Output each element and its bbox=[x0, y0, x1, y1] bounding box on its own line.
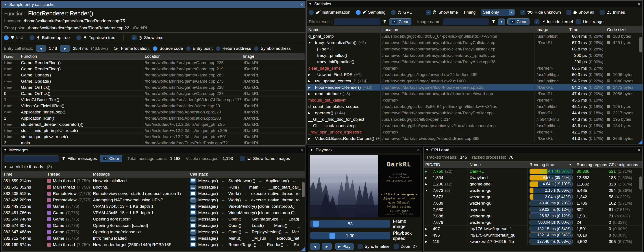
call-stack-row[interactable]: 0Game::OnTick()/home/wolf/darkrl/src/gam… bbox=[2, 90, 304, 97]
stats-row[interactable]: [ - self - ]/home/wolf/darkrl/contrib/tr… bbox=[306, 46, 642, 52]
callstack-icon[interactable] bbox=[190, 223, 196, 228]
close-icon[interactable]: × bbox=[300, 148, 303, 152]
scrollbar-thumb[interactable] bbox=[639, 176, 642, 190]
call-stack-row[interactable]: inlineGame::Update()/home/wolf/darkrl/sr… bbox=[2, 78, 304, 84]
callstack-icon[interactable] bbox=[190, 210, 196, 216]
message-row[interactable]: 382,449,712nsGame(7,776)VRAM 37x45: 13 +… bbox=[2, 203, 305, 210]
call-stack-row[interactable]: inlineGame::Update()/home/wolf/darkrl/sr… bbox=[2, 72, 304, 78]
stats-row[interactable]: d_print_comp/usr/src/debug/gcc-build/x86… bbox=[306, 33, 642, 40]
callstack-icon[interactable] bbox=[190, 184, 196, 190]
cpu-row[interactable]: 7,673wezterm-gui2.04 s (8.41%)1,34258(4.… bbox=[424, 194, 642, 200]
message-row[interactable]: 382,574,807nsGame(7,776)Opening /forest.… bbox=[2, 222, 305, 229]
stats-row[interactable]: _raw_spin_unlock_irqrestore<kernel><kern… bbox=[306, 129, 642, 135]
sync-timeline-checkbox[interactable]: ✓ Sync timeline bbox=[358, 244, 390, 249]
cpu-panel-header[interactable]: ▼ CPU data × bbox=[424, 147, 642, 153]
collapse-icon[interactable]: ▼ bbox=[426, 148, 428, 152]
radio-gpu[interactable] bbox=[391, 10, 396, 15]
prev-frame-button[interactable]: ◀ bbox=[310, 243, 320, 250]
callstack-icon[interactable] bbox=[190, 197, 196, 203]
frame-loc-symbol-address[interactable]: Symbol address bbox=[254, 46, 290, 51]
cpu-row[interactable]: 7,680async-io29.02 ms (0.12%)80261(7.61%… bbox=[424, 206, 642, 213]
next-stack-button[interactable]: ▶ bbox=[60, 45, 70, 52]
hide-unknown-checkbox[interactable]: ✓ Hide unknown bbox=[520, 10, 561, 15]
expand-icon[interactable]: ▶ bbox=[308, 73, 313, 76]
stats-row[interactable]: __GI__dl_find_dso_for_object/usr/src/deb… bbox=[306, 116, 642, 122]
play-button[interactable]: ▶ Play bbox=[335, 243, 354, 250]
call-stack-row[interactable]: 3main/home/wolf/darkrl/src/EntryPointPos… bbox=[2, 140, 304, 146]
stats-row[interactable]: ▶operator()(+44)/home/wolf/darkrl/contri… bbox=[306, 110, 642, 116]
slider-handle[interactable] bbox=[313, 221, 319, 227]
stats-row[interactable]: ▶FloorRenderer::Render()(+13)/home/wolf/… bbox=[306, 84, 642, 90]
mode-sampling[interactable]: Sampling bbox=[356, 10, 386, 15]
collapse-icon[interactable]: ▼ bbox=[425, 189, 431, 192]
close-icon[interactable]: × bbox=[417, 148, 420, 152]
stats-row[interactable]: clear_page_erms<kernel><kernel>66.5 ms(0… bbox=[306, 65, 642, 71]
message-row[interactable]: 389,169,674nsMain thread(7,750)New rende… bbox=[2, 242, 305, 248]
call-stack-row[interactable]: inlineVideo::GetTicksHiRes()/home/wolf/d… bbox=[2, 103, 304, 109]
radio-list[interactable] bbox=[4, 35, 9, 40]
filter-results-input[interactable] bbox=[334, 18, 380, 25]
limit-range-checkbox[interactable]: ✓ Limit range bbox=[576, 19, 604, 24]
stats-row[interactable]: __GI___clock_nanosleep/usr/src/debug/gli… bbox=[306, 122, 642, 129]
frame-loc-return-address[interactable]: Return address bbox=[216, 46, 251, 51]
sample-panel-header[interactable]: ▼ Sample entry call stacks × bbox=[2, 1, 305, 8]
cpu-row[interactable]: 7,689wezterm-gui49.46 ms (0.20%)1,786102… bbox=[424, 200, 642, 206]
stats-row[interactable]: ▶read_attribute(+8)/home/wolf/darkrl/con… bbox=[306, 90, 642, 97]
expand-icon[interactable]: ▶ bbox=[308, 137, 313, 140]
stats-row[interactable]: ▶VideoGLBase::RenderContent()(+14)/home/… bbox=[306, 135, 642, 142]
show-time-checkbox[interactable]: ✓ Show time bbox=[132, 35, 164, 40]
call-stack-row[interactable]: inlinestd::default_delete<>::operator()(… bbox=[2, 121, 304, 128]
cpu-row[interactable]: ▶1,206(12)gnome-shell4.64 s (19.10%)11,6… bbox=[424, 181, 642, 187]
expand-icon[interactable]: ▶ bbox=[308, 112, 313, 114]
view-mode-top-down[interactable]: Top-down tree bbox=[76, 35, 115, 40]
expand-icon[interactable]: ▶ bbox=[308, 92, 313, 96]
zoom-2x-checkbox[interactable]: ✓ Zoom 2× bbox=[394, 244, 418, 249]
scrollbar-thumb[interactable] bbox=[302, 182, 304, 197]
expand-icon[interactable]: ▶ bbox=[425, 176, 431, 179]
message-row[interactable]: 381,559,214nsMain thread(7,750)Network i… bbox=[2, 178, 305, 184]
show-all-checkbox[interactable]: ✓ Show all bbox=[566, 10, 594, 15]
message-row[interactable]: 382,504,746nsGame(7,776)Opening /forest.… bbox=[2, 216, 305, 222]
expand-icon[interactable]: ▶ bbox=[5, 165, 7, 168]
message-filter-input[interactable] bbox=[4, 155, 59, 162]
clear-filter-button[interactable]: × Clear bbox=[389, 18, 411, 25]
funnel-icon[interactable] bbox=[383, 20, 386, 24]
close-icon[interactable]: × bbox=[638, 148, 640, 152]
callstack-icon[interactable] bbox=[190, 204, 196, 209]
callstack-icon[interactable] bbox=[190, 178, 196, 184]
cpu-row[interactable]: 7,679wezterm-gui500.94 μs (0.00%)242(8.3… bbox=[424, 219, 642, 226]
message-row[interactable]: 382,481,766nsGame(7,776)VRAM 43x45: 15 +… bbox=[2, 210, 305, 216]
frame-loc-source-code[interactable]: Source code bbox=[153, 46, 183, 51]
stats-row[interactable]: tracy::rpmalloc()/home/wolf/darkrl/contr… bbox=[306, 52, 642, 58]
callstack-icon[interactable] bbox=[190, 229, 196, 234]
messages-panel-header[interactable]: ▼ Messages × bbox=[2, 147, 305, 153]
radio-top-down[interactable] bbox=[76, 35, 81, 40]
stats-row[interactable]: tracy::InitRpmalloc()/home/wolf/darkrl/c… bbox=[306, 58, 642, 65]
expand-icon[interactable]: ▶ bbox=[425, 227, 431, 230]
scrollbar-thumb[interactable] bbox=[639, 37, 642, 52]
inlines-checkbox[interactable]: ✓ Inlines bbox=[600, 10, 625, 15]
stats-row[interactable]: module_get_kallsym<kernel><kernel>45.5 m… bbox=[306, 97, 642, 103]
timing-select[interactable]: Self only ▼ bbox=[481, 9, 515, 16]
call-stack-row[interactable]: inlineGame::OnTick()/home/wolf/darkrl/sr… bbox=[2, 84, 304, 90]
collapse-icon[interactable]: ▼ bbox=[4, 148, 6, 152]
cpu-row[interactable]: ▶119kworker/u17:0+i915_flip127.48 ms (0.… bbox=[424, 238, 642, 245]
expand-icon[interactable]: ▶ bbox=[425, 240, 431, 243]
callstack-icon[interactable] bbox=[190, 216, 196, 222]
callstack-icon[interactable] bbox=[190, 242, 196, 247]
playback-panel-header[interactable]: ▼ Playback × bbox=[308, 147, 422, 153]
next-frame-button[interactable]: ▶ bbox=[322, 243, 332, 250]
stats-row[interactable]: ▶uw_update_context_1(+14)/usr/src/debug/… bbox=[306, 78, 642, 84]
close-icon[interactable]: × bbox=[300, 2, 303, 7]
expand-icon[interactable]: ▶ bbox=[425, 170, 431, 173]
message-row[interactable]: 382,712,444nsGame(7,776)Intro menu loade… bbox=[2, 235, 305, 242]
cpu-row[interactable]: ▶1,834Xwayland9.57 s (39.44%)12,553188(1… bbox=[424, 174, 642, 181]
stats-row[interactable]: d_count_templates_scopes/usr/src/debug/g… bbox=[306, 103, 642, 110]
message-row[interactable]: 382,408,518nsRemoteView(7,775)Remote vie… bbox=[2, 190, 305, 197]
message-row[interactable]: 381,692,052nsMain thread(7,750)Booting..… bbox=[2, 184, 305, 190]
call-stack-row[interactable]: 2Application::Run()/home/wolf/darkrl/src… bbox=[2, 115, 304, 121]
call-stack-row[interactable]: inlineGame::RenderFloor()/home/wolf/dark… bbox=[2, 60, 304, 66]
call-stack-row[interactable]: inlineGame::RenderFloor()/home/wolf/dark… bbox=[2, 66, 304, 72]
clear-image-filter-button[interactable]: × Clear bbox=[508, 18, 530, 25]
statistics-panel-header[interactable]: ▼ Statistics × bbox=[306, 1, 642, 7]
